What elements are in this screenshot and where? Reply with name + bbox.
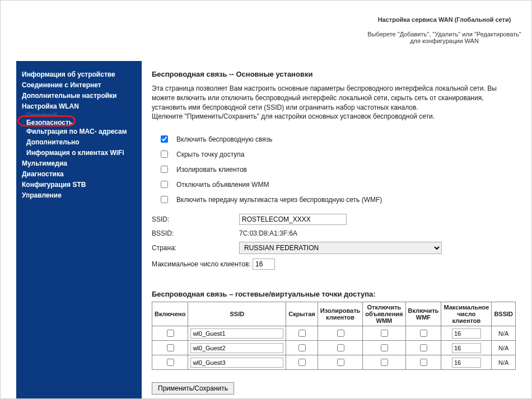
guest-enabled-checkbox[interactable] [167,359,174,366]
guest-wmf-checkbox[interactable] [420,359,427,366]
page-title: Беспроводная связь -- Основные установки [152,70,516,78]
sidebar-item-stb-config[interactable]: Конфигурация STB [22,179,136,190]
label-enable-wireless: Включить беспроводную связь [176,135,273,143]
checkbox-enable-wireless[interactable] [161,135,168,143]
label-disable-wmm: Отключить объявления WMM [176,181,269,189]
checkbox-disable-wmm[interactable] [161,181,168,188]
label-country: Страна: [152,244,239,252]
sidebar-sub-security[interactable]: Безопасность [22,117,73,128]
guest-bssid-value: N/A [492,341,516,355]
th-hidden: Скрытая [286,302,318,326]
sidebar: Информация об устройстве Соединение с Ин… [16,61,142,399]
guest-bssid-value: N/A [492,326,516,341]
guest-wmf-checkbox[interactable] [420,344,427,351]
label-isolate-clients: Изолировать клиентов [176,166,247,173]
label-enable-wmf: Включить передачу мультикаста через бесп… [176,196,382,204]
th-wmm: Отключить объявления WMM [363,302,405,326]
sidebar-item-wlan[interactable]: Настройка WLAN [22,101,136,111]
guest-max-input[interactable] [452,343,481,353]
guest-enabled-checkbox[interactable] [167,330,174,337]
guest-ssid-input[interactable] [190,358,283,368]
guest-ssid-input[interactable] [190,343,283,353]
guest-wmm-checkbox[interactable] [381,344,388,351]
checkbox-hide-ap[interactable] [161,151,168,158]
sidebar-sub-security-label: Безопасность [26,118,73,126]
value-bssid: 7C:03:D8:A1:3F:6A [239,229,297,237]
intro-line-2: Щелкните "Применить/Сохранить" для настр… [152,112,435,120]
sidebar-item-internet[interactable]: Соединение с Интернет [22,79,136,90]
intro-line-1: Эта страница позволяет Вам настроить осн… [152,85,497,111]
label-hide-ap: Скрыть точку доступа [176,151,245,158]
th-ssid: SSID [188,302,286,326]
label-max-clients: Максимальное число клиентов: [152,260,253,268]
guest-wmm-checkbox[interactable] [381,330,388,337]
topbar-hint: Настройка сервиса WAN (Глобальной сети) … [367,16,521,44]
guest-max-input[interactable] [452,358,481,368]
main-content: Беспроводная связь -- Основные установки… [142,61,531,398]
select-country[interactable]: RUSSIAN FEDERATION [239,242,442,254]
th-max: Максимальное число клиентов [441,302,492,326]
guest-hidden-checkbox[interactable] [298,330,306,337]
guest-hidden-checkbox[interactable] [298,359,306,366]
label-ssid: SSID: [152,215,239,223]
guest-isolate-checkbox[interactable] [337,359,344,366]
table-row: N/A [152,341,516,355]
topbar-title: Настройка сервиса WAN (Глобальной сети) [367,16,521,23]
guest-max-input[interactable] [452,328,481,339]
guest-hidden-checkbox[interactable] [298,344,306,351]
guest-table: Включено SSID Скрытая Изолировать клиент… [152,302,516,370]
th-bssid: BSSID [492,302,516,326]
input-max-clients[interactable] [253,259,275,270]
sidebar-item-diagnostics[interactable]: Диагностика [22,168,136,179]
guest-bssid-value: N/A [492,355,516,370]
checkbox-isolate-clients[interactable] [161,166,168,173]
th-isolate: Изолировать клиентов [318,302,363,326]
guest-isolate-checkbox[interactable] [337,344,344,351]
th-enabled: Включено [152,302,188,326]
th-wmf: Включить WMF [405,302,441,326]
input-ssid[interactable] [239,214,347,225]
sidebar-item-device-info[interactable]: Информация об устройстве [22,69,136,79]
table-row: N/A [152,326,516,341]
table-row: N/A [152,355,516,370]
sidebar-sub-advanced-wlan[interactable]: Дополнительно [22,137,136,147]
sidebar-sub-clients-info[interactable]: Информация о клиентах WiFi [22,147,136,158]
guest-wmf-checkbox[interactable] [420,330,427,337]
label-bssid: BSSID: [152,229,239,237]
checkbox-enable-wmf[interactable] [161,196,168,203]
sidebar-item-multimedia[interactable]: Мультимедиа [22,158,136,168]
guest-wmm-checkbox[interactable] [381,359,388,366]
topbar-desc: Выберете "Добавить", "Удалить" или "Реда… [367,31,521,44]
guest-ssid-input[interactable] [190,328,283,339]
apply-save-button[interactable]: Применить/Сохранить [152,382,234,395]
sidebar-item-management[interactable]: Управление [22,190,136,200]
intro-text: Эта страница позволяет Вам настроить осн… [152,84,516,121]
guest-isolate-checkbox[interactable] [337,330,344,337]
guest-enabled-checkbox[interactable] [167,344,174,351]
sidebar-item-advanced[interactable]: Дополнительные настройки [22,90,136,101]
guest-heading: Беспроводная связь – гостевые/виртуальны… [152,290,516,298]
